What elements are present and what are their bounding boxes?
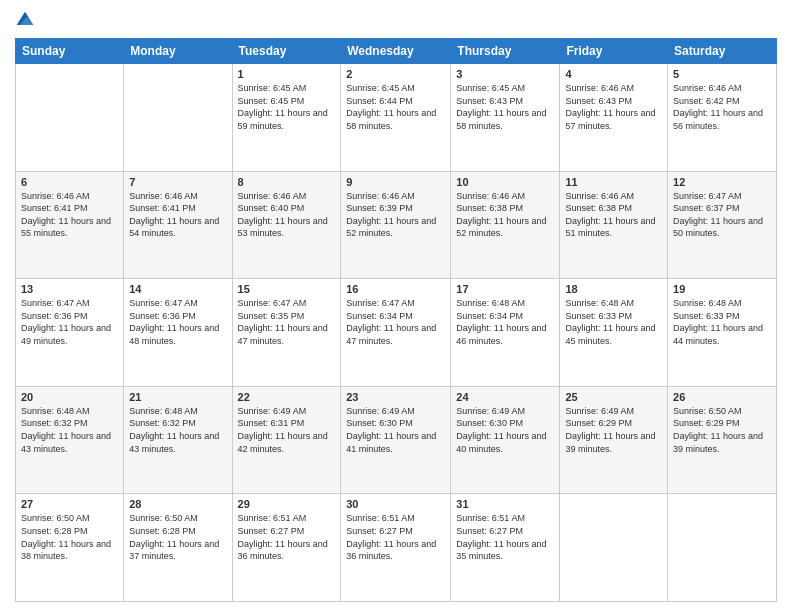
day-info: Sunrise: 6:46 AMSunset: 6:40 PMDaylight:…: [238, 190, 336, 240]
calendar-cell: [668, 494, 777, 602]
day-number: 18: [565, 283, 662, 295]
day-number: 2: [346, 68, 445, 80]
day-number: 9: [346, 176, 445, 188]
calendar-cell: 10Sunrise: 6:46 AMSunset: 6:38 PMDayligh…: [451, 171, 560, 279]
day-number: 3: [456, 68, 554, 80]
day-info: Sunrise: 6:51 AMSunset: 6:27 PMDaylight:…: [346, 512, 445, 562]
calendar-week-row: 20Sunrise: 6:48 AMSunset: 6:32 PMDayligh…: [16, 386, 777, 494]
calendar-cell: 1Sunrise: 6:45 AMSunset: 6:45 PMDaylight…: [232, 64, 341, 172]
day-info: Sunrise: 6:49 AMSunset: 6:29 PMDaylight:…: [565, 405, 662, 455]
calendar-cell: 29Sunrise: 6:51 AMSunset: 6:27 PMDayligh…: [232, 494, 341, 602]
day-number: 30: [346, 498, 445, 510]
day-info: Sunrise: 6:51 AMSunset: 6:27 PMDaylight:…: [456, 512, 554, 562]
logo-icon: [15, 10, 35, 30]
day-info: Sunrise: 6:49 AMSunset: 6:30 PMDaylight:…: [346, 405, 445, 455]
day-info: Sunrise: 6:46 AMSunset: 6:38 PMDaylight:…: [565, 190, 662, 240]
day-number: 13: [21, 283, 118, 295]
day-info: Sunrise: 6:47 AMSunset: 6:35 PMDaylight:…: [238, 297, 336, 347]
col-header-wednesday: Wednesday: [341, 39, 451, 64]
day-info: Sunrise: 6:47 AMSunset: 6:34 PMDaylight:…: [346, 297, 445, 347]
col-header-thursday: Thursday: [451, 39, 560, 64]
day-number: 26: [673, 391, 771, 403]
day-info: Sunrise: 6:50 AMSunset: 6:29 PMDaylight:…: [673, 405, 771, 455]
calendar-cell: 2Sunrise: 6:45 AMSunset: 6:44 PMDaylight…: [341, 64, 451, 172]
calendar-cell: 7Sunrise: 6:46 AMSunset: 6:41 PMDaylight…: [124, 171, 232, 279]
calendar-cell: 9Sunrise: 6:46 AMSunset: 6:39 PMDaylight…: [341, 171, 451, 279]
calendar-week-row: 13Sunrise: 6:47 AMSunset: 6:36 PMDayligh…: [16, 279, 777, 387]
calendar-cell: [560, 494, 668, 602]
calendar-cell: 6Sunrise: 6:46 AMSunset: 6:41 PMDaylight…: [16, 171, 124, 279]
calendar-cell: 19Sunrise: 6:48 AMSunset: 6:33 PMDayligh…: [668, 279, 777, 387]
calendar-cell: 17Sunrise: 6:48 AMSunset: 6:34 PMDayligh…: [451, 279, 560, 387]
calendar-cell: 12Sunrise: 6:47 AMSunset: 6:37 PMDayligh…: [668, 171, 777, 279]
calendar-cell: 20Sunrise: 6:48 AMSunset: 6:32 PMDayligh…: [16, 386, 124, 494]
page: SundayMondayTuesdayWednesdayThursdayFrid…: [0, 0, 792, 612]
col-header-tuesday: Tuesday: [232, 39, 341, 64]
day-info: Sunrise: 6:46 AMSunset: 6:41 PMDaylight:…: [21, 190, 118, 240]
calendar-week-row: 6Sunrise: 6:46 AMSunset: 6:41 PMDaylight…: [16, 171, 777, 279]
day-info: Sunrise: 6:47 AMSunset: 6:36 PMDaylight:…: [21, 297, 118, 347]
calendar-cell: 31Sunrise: 6:51 AMSunset: 6:27 PMDayligh…: [451, 494, 560, 602]
day-number: 7: [129, 176, 226, 188]
day-info: Sunrise: 6:48 AMSunset: 6:32 PMDaylight:…: [21, 405, 118, 455]
calendar-cell: 26Sunrise: 6:50 AMSunset: 6:29 PMDayligh…: [668, 386, 777, 494]
day-number: 27: [21, 498, 118, 510]
day-number: 21: [129, 391, 226, 403]
day-info: Sunrise: 6:46 AMSunset: 6:42 PMDaylight:…: [673, 82, 771, 132]
day-number: 25: [565, 391, 662, 403]
day-info: Sunrise: 6:46 AMSunset: 6:41 PMDaylight:…: [129, 190, 226, 240]
calendar-week-row: 27Sunrise: 6:50 AMSunset: 6:28 PMDayligh…: [16, 494, 777, 602]
day-number: 1: [238, 68, 336, 80]
day-info: Sunrise: 6:48 AMSunset: 6:33 PMDaylight:…: [565, 297, 662, 347]
day-info: Sunrise: 6:49 AMSunset: 6:31 PMDaylight:…: [238, 405, 336, 455]
day-number: 8: [238, 176, 336, 188]
calendar-cell: 14Sunrise: 6:47 AMSunset: 6:36 PMDayligh…: [124, 279, 232, 387]
calendar-cell: 23Sunrise: 6:49 AMSunset: 6:30 PMDayligh…: [341, 386, 451, 494]
day-number: 5: [673, 68, 771, 80]
calendar-cell: 18Sunrise: 6:48 AMSunset: 6:33 PMDayligh…: [560, 279, 668, 387]
calendar-cell: 21Sunrise: 6:48 AMSunset: 6:32 PMDayligh…: [124, 386, 232, 494]
calendar-cell: [16, 64, 124, 172]
day-number: 19: [673, 283, 771, 295]
day-info: Sunrise: 6:46 AMSunset: 6:43 PMDaylight:…: [565, 82, 662, 132]
day-number: 14: [129, 283, 226, 295]
calendar-cell: 8Sunrise: 6:46 AMSunset: 6:40 PMDaylight…: [232, 171, 341, 279]
day-number: 20: [21, 391, 118, 403]
day-info: Sunrise: 6:46 AMSunset: 6:38 PMDaylight:…: [456, 190, 554, 240]
day-number: 28: [129, 498, 226, 510]
day-number: 23: [346, 391, 445, 403]
day-info: Sunrise: 6:49 AMSunset: 6:30 PMDaylight:…: [456, 405, 554, 455]
day-number: 24: [456, 391, 554, 403]
calendar-cell: 13Sunrise: 6:47 AMSunset: 6:36 PMDayligh…: [16, 279, 124, 387]
day-number: 12: [673, 176, 771, 188]
calendar-cell: 30Sunrise: 6:51 AMSunset: 6:27 PMDayligh…: [341, 494, 451, 602]
calendar-cell: 4Sunrise: 6:46 AMSunset: 6:43 PMDaylight…: [560, 64, 668, 172]
col-header-monday: Monday: [124, 39, 232, 64]
day-info: Sunrise: 6:47 AMSunset: 6:36 PMDaylight:…: [129, 297, 226, 347]
calendar-cell: 15Sunrise: 6:47 AMSunset: 6:35 PMDayligh…: [232, 279, 341, 387]
col-header-saturday: Saturday: [668, 39, 777, 64]
day-number: 6: [21, 176, 118, 188]
calendar-cell: 28Sunrise: 6:50 AMSunset: 6:28 PMDayligh…: [124, 494, 232, 602]
day-info: Sunrise: 6:45 AMSunset: 6:43 PMDaylight:…: [456, 82, 554, 132]
day-number: 31: [456, 498, 554, 510]
day-info: Sunrise: 6:48 AMSunset: 6:34 PMDaylight:…: [456, 297, 554, 347]
calendar-cell: 24Sunrise: 6:49 AMSunset: 6:30 PMDayligh…: [451, 386, 560, 494]
day-number: 10: [456, 176, 554, 188]
day-number: 15: [238, 283, 336, 295]
calendar-header-row: SundayMondayTuesdayWednesdayThursdayFrid…: [16, 39, 777, 64]
calendar-cell: [124, 64, 232, 172]
day-info: Sunrise: 6:48 AMSunset: 6:33 PMDaylight:…: [673, 297, 771, 347]
day-info: Sunrise: 6:50 AMSunset: 6:28 PMDaylight:…: [21, 512, 118, 562]
day-info: Sunrise: 6:50 AMSunset: 6:28 PMDaylight:…: [129, 512, 226, 562]
logo: [15, 10, 37, 30]
calendar-cell: 22Sunrise: 6:49 AMSunset: 6:31 PMDayligh…: [232, 386, 341, 494]
calendar-table: SundayMondayTuesdayWednesdayThursdayFrid…: [15, 38, 777, 602]
day-info: Sunrise: 6:51 AMSunset: 6:27 PMDaylight:…: [238, 512, 336, 562]
day-info: Sunrise: 6:45 AMSunset: 6:44 PMDaylight:…: [346, 82, 445, 132]
calendar-cell: 3Sunrise: 6:45 AMSunset: 6:43 PMDaylight…: [451, 64, 560, 172]
calendar-cell: 5Sunrise: 6:46 AMSunset: 6:42 PMDaylight…: [668, 64, 777, 172]
day-number: 4: [565, 68, 662, 80]
day-info: Sunrise: 6:46 AMSunset: 6:39 PMDaylight:…: [346, 190, 445, 240]
day-number: 17: [456, 283, 554, 295]
